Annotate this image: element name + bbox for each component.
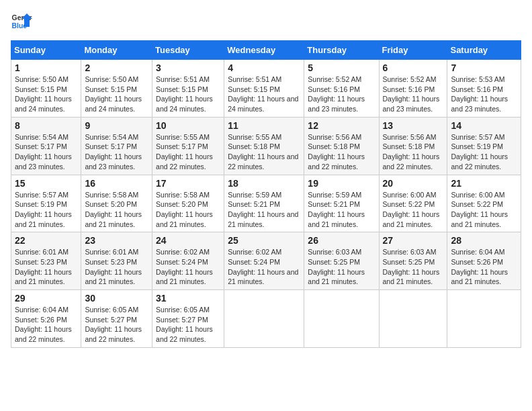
day-number: 17 [156, 178, 220, 189]
calendar-cell: 17Sunrise: 5:58 AMSunset: 5:20 PMDayligh… [152, 175, 224, 232]
column-header-friday: Friday [379, 41, 447, 60]
calendar-header-row: SundayMondayTuesdayWednesdayThursdayFrid… [11, 41, 521, 60]
day-number: 7 [451, 62, 517, 73]
day-number: 31 [156, 293, 220, 304]
calendar-cell: 11Sunrise: 5:55 AMSunset: 5:18 PMDayligh… [224, 117, 304, 175]
day-info: Sunrise: 6:03 AMSunset: 5:25 PMDaylight:… [308, 247, 375, 287]
day-info: Sunrise: 6:00 AMSunset: 5:22 PMDaylight:… [451, 190, 517, 230]
day-number: 18 [228, 178, 300, 189]
calendar-cell: 28Sunrise: 6:04 AMSunset: 5:26 PMDayligh… [447, 232, 521, 290]
day-info: Sunrise: 5:52 AMSunset: 5:16 PMDaylight:… [383, 75, 444, 114]
column-header-saturday: Saturday [447, 41, 521, 60]
day-number: 16 [85, 178, 148, 189]
day-number: 24 [156, 235, 220, 246]
day-info: Sunrise: 5:58 AMSunset: 5:20 PMDaylight:… [85, 190, 148, 230]
column-header-tuesday: Tuesday [152, 41, 224, 60]
calendar-cell: 26Sunrise: 6:03 AMSunset: 5:25 PMDayligh… [304, 232, 379, 290]
day-number: 4 [228, 62, 300, 73]
day-number: 23 [85, 235, 148, 246]
calendar-cell [447, 290, 521, 348]
calendar-cell: 30Sunrise: 6:05 AMSunset: 5:27 PMDayligh… [81, 290, 152, 348]
day-number: 20 [383, 178, 444, 189]
day-info: Sunrise: 6:02 AMSunset: 5:24 PMDaylight:… [228, 247, 300, 287]
calendar-week-row: 15Sunrise: 5:57 AMSunset: 5:19 PMDayligh… [11, 175, 521, 232]
calendar-cell: 3Sunrise: 5:51 AMSunset: 5:15 PMDaylight… [152, 60, 224, 118]
day-number: 9 [85, 120, 148, 131]
day-info: Sunrise: 6:01 AMSunset: 5:23 PMDaylight:… [85, 247, 148, 287]
calendar-cell: 14Sunrise: 5:57 AMSunset: 5:19 PMDayligh… [447, 117, 521, 175]
day-info: Sunrise: 5:53 AMSunset: 5:16 PMDaylight:… [451, 75, 517, 114]
day-info: Sunrise: 6:04 AMSunset: 5:26 PMDaylight:… [15, 305, 77, 345]
day-info: Sunrise: 5:52 AMSunset: 5:16 PMDaylight:… [308, 75, 375, 114]
day-info: Sunrise: 5:56 AMSunset: 5:18 PMDaylight:… [383, 132, 444, 172]
day-info: Sunrise: 5:54 AMSunset: 5:17 PMDaylight:… [15, 132, 77, 172]
day-number: 8 [15, 120, 77, 131]
day-info: Sunrise: 6:03 AMSunset: 5:25 PMDaylight:… [383, 247, 444, 287]
calendar-cell [304, 290, 379, 348]
calendar-cell: 24Sunrise: 6:02 AMSunset: 5:24 PMDayligh… [152, 232, 224, 290]
day-number: 27 [383, 235, 444, 246]
day-info: Sunrise: 6:02 AMSunset: 5:24 PMDaylight:… [156, 247, 220, 287]
calendar-cell: 19Sunrise: 5:59 AMSunset: 5:21 PMDayligh… [304, 175, 379, 232]
day-info: Sunrise: 5:54 AMSunset: 5:17 PMDaylight:… [85, 132, 148, 172]
day-number: 22 [15, 235, 77, 246]
day-number: 14 [451, 120, 517, 131]
logo-icon: General Blue [11, 11, 32, 32]
day-number: 12 [308, 120, 375, 131]
calendar-cell: 13Sunrise: 5:56 AMSunset: 5:18 PMDayligh… [379, 117, 447, 175]
calendar-cell: 5Sunrise: 5:52 AMSunset: 5:16 PMDaylight… [304, 60, 379, 118]
calendar-week-row: 8Sunrise: 5:54 AMSunset: 5:17 PMDaylight… [11, 117, 521, 175]
calendar-cell: 22Sunrise: 6:01 AMSunset: 5:23 PMDayligh… [11, 232, 81, 290]
day-info: Sunrise: 5:51 AMSunset: 5:15 PMDaylight:… [228, 75, 300, 114]
day-info: Sunrise: 6:05 AMSunset: 5:27 PMDaylight:… [85, 305, 148, 345]
calendar-table: SundayMondayTuesdayWednesdayThursdayFrid… [11, 40, 521, 348]
calendar-cell: 25Sunrise: 6:02 AMSunset: 5:24 PMDayligh… [224, 232, 304, 290]
column-header-monday: Monday [81, 41, 152, 60]
day-info: Sunrise: 5:50 AMSunset: 5:15 PMDaylight:… [15, 75, 77, 114]
day-number: 1 [15, 62, 77, 73]
calendar-cell: 20Sunrise: 6:00 AMSunset: 5:22 PMDayligh… [379, 175, 447, 232]
calendar-cell [379, 290, 447, 348]
day-info: Sunrise: 5:51 AMSunset: 5:15 PMDaylight:… [156, 75, 220, 114]
calendar-cell: 27Sunrise: 6:03 AMSunset: 5:25 PMDayligh… [379, 232, 447, 290]
day-number: 28 [451, 235, 517, 246]
calendar-week-row: 29Sunrise: 6:04 AMSunset: 5:26 PMDayligh… [11, 290, 521, 348]
day-number: 15 [15, 178, 77, 189]
day-number: 21 [451, 178, 517, 189]
calendar-cell: 12Sunrise: 5:56 AMSunset: 5:18 PMDayligh… [304, 117, 379, 175]
day-info: Sunrise: 6:00 AMSunset: 5:22 PMDaylight:… [383, 190, 444, 230]
day-info: Sunrise: 5:57 AMSunset: 5:19 PMDaylight:… [451, 132, 517, 172]
day-number: 26 [308, 235, 375, 246]
calendar-cell: 31Sunrise: 6:05 AMSunset: 5:27 PMDayligh… [152, 290, 224, 348]
calendar-cell: 6Sunrise: 5:52 AMSunset: 5:16 PMDaylight… [379, 60, 447, 118]
calendar-cell: 2Sunrise: 5:50 AMSunset: 5:15 PMDaylight… [81, 60, 152, 118]
day-info: Sunrise: 5:58 AMSunset: 5:20 PMDaylight:… [156, 190, 220, 230]
day-number: 10 [156, 120, 220, 131]
column-header-wednesday: Wednesday [224, 41, 304, 60]
calendar-cell: 8Sunrise: 5:54 AMSunset: 5:17 PMDaylight… [11, 117, 81, 175]
calendar-cell: 23Sunrise: 6:01 AMSunset: 5:23 PMDayligh… [81, 232, 152, 290]
day-info: Sunrise: 5:56 AMSunset: 5:18 PMDaylight:… [308, 132, 375, 172]
day-number: 2 [85, 62, 148, 73]
calendar-cell: 16Sunrise: 5:58 AMSunset: 5:20 PMDayligh… [81, 175, 152, 232]
calendar-cell: 15Sunrise: 5:57 AMSunset: 5:19 PMDayligh… [11, 175, 81, 232]
calendar-week-row: 22Sunrise: 6:01 AMSunset: 5:23 PMDayligh… [11, 232, 521, 290]
day-number: 11 [228, 120, 300, 131]
calendar-cell: 9Sunrise: 5:54 AMSunset: 5:17 PMDaylight… [81, 117, 152, 175]
calendar-cell: 21Sunrise: 6:00 AMSunset: 5:22 PMDayligh… [447, 175, 521, 232]
day-info: Sunrise: 5:55 AMSunset: 5:18 PMDaylight:… [228, 132, 300, 172]
column-header-thursday: Thursday [304, 41, 379, 60]
day-info: Sunrise: 6:01 AMSunset: 5:23 PMDaylight:… [15, 247, 77, 287]
calendar-cell: 18Sunrise: 5:59 AMSunset: 5:21 PMDayligh… [224, 175, 304, 232]
calendar-cell [224, 290, 304, 348]
day-number: 3 [156, 62, 220, 73]
logo: General Blue [11, 11, 32, 32]
calendar-cell: 7Sunrise: 5:53 AMSunset: 5:16 PMDaylight… [447, 60, 521, 118]
day-info: Sunrise: 5:59 AMSunset: 5:21 PMDaylight:… [308, 190, 375, 230]
calendar-cell: 4Sunrise: 5:51 AMSunset: 5:15 PMDaylight… [224, 60, 304, 118]
page-header: General Blue [11, 11, 521, 32]
day-info: Sunrise: 6:05 AMSunset: 5:27 PMDaylight:… [156, 305, 220, 345]
day-number: 25 [228, 235, 300, 246]
calendar-cell: 1Sunrise: 5:50 AMSunset: 5:15 PMDaylight… [11, 60, 81, 118]
calendar-week-row: 1Sunrise: 5:50 AMSunset: 5:15 PMDaylight… [11, 60, 521, 118]
